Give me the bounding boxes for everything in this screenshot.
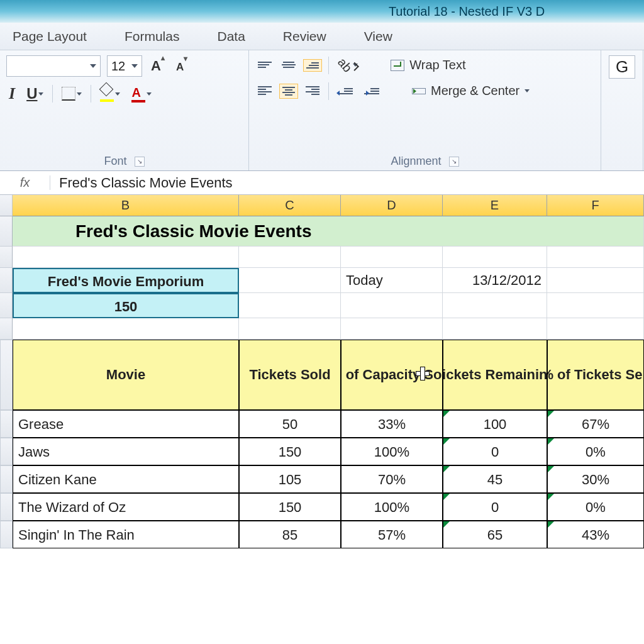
row-header[interactable]: [0, 493, 13, 521]
cell-tickets-remaining[interactable]: 100: [443, 410, 547, 438]
align-left-button[interactable]: [255, 84, 274, 99]
cell-pct-capacity[interactable]: 100%: [341, 493, 443, 521]
tab-page-layout[interactable]: Page Layout: [13, 29, 87, 44]
cell-tickets-remaining[interactable]: 0: [443, 438, 547, 465]
cell-pct-sell[interactable]: 67%: [547, 410, 644, 438]
tab-view[interactable]: View: [364, 29, 392, 44]
font-color-button[interactable]: A: [129, 84, 154, 104]
cell-tickets-sold[interactable]: 105: [239, 465, 341, 493]
row-header[interactable]: [0, 293, 13, 318]
cell-pct-sell[interactable]: 30%: [547, 465, 644, 493]
wrap-text-button[interactable]: Wrap Text: [386, 55, 470, 75]
formula-input[interactable]: Fred's Classic Movie Events: [50, 175, 644, 191]
cell[interactable]: [547, 293, 644, 318]
cell[interactable]: [239, 247, 341, 268]
number-format-dropdown[interactable]: G: [609, 55, 635, 79]
cell[interactable]: [547, 247, 644, 268]
row-header[interactable]: [0, 465, 13, 493]
cell[interactable]: [13, 247, 239, 268]
tab-review[interactable]: Review: [283, 29, 326, 44]
cell-tickets-sold[interactable]: 50: [239, 410, 341, 438]
row-header[interactable]: [0, 318, 13, 340]
font-size-dropdown[interactable]: 12: [107, 55, 142, 77]
cell[interactable]: [239, 318, 341, 340]
alignment-dialog-launcher[interactable]: ↘: [449, 157, 459, 167]
cell-pct-sell[interactable]: 43%: [547, 521, 644, 548]
cell-movie[interactable]: Singin' In The Rain: [13, 521, 239, 548]
cell-capacity[interactable]: 150: [13, 293, 239, 318]
chevron-down-icon: [90, 64, 96, 68]
header-tickets-remaining[interactable]: Tickets Remaining: [443, 340, 547, 410]
row-header[interactable]: [0, 268, 13, 293]
borders-button[interactable]: [59, 86, 84, 102]
cell-movie[interactable]: The Wizard of Oz: [13, 493, 239, 521]
cell[interactable]: [239, 268, 341, 293]
cell[interactable]: [239, 293, 341, 318]
align-right-button[interactable]: [303, 84, 322, 99]
increase-indent-button[interactable]: [362, 87, 382, 96]
column-header-b[interactable]: B: [13, 195, 239, 216]
row-header[interactable]: [0, 521, 13, 548]
cell[interactable]: [13, 318, 239, 340]
cell-movie[interactable]: Citizen Kane: [13, 465, 239, 493]
cell-pct-capacity[interactable]: 70%: [341, 465, 443, 493]
underline-button[interactable]: U: [24, 84, 46, 104]
column-header-d[interactable]: D: [341, 195, 443, 216]
header-movie[interactable]: Movie: [13, 340, 239, 410]
row-header[interactable]: [0, 247, 13, 268]
select-all-corner[interactable]: [0, 195, 13, 216]
cell-pct-capacity[interactable]: 100%: [341, 438, 443, 465]
decrease-indent-button[interactable]: [335, 87, 355, 96]
cell-tickets-remaining[interactable]: 0: [443, 493, 547, 521]
decrease-font-size-button[interactable]: A▾: [174, 58, 190, 75]
cell-pct-sell[interactable]: 0%: [547, 438, 644, 465]
fill-color-button[interactable]: [97, 84, 123, 103]
fx-icon[interactable]: fx: [0, 175, 50, 190]
cell[interactable]: [443, 318, 547, 340]
increase-font-size-button[interactable]: A▴: [148, 57, 167, 75]
row-header[interactable]: [0, 410, 13, 438]
font-dialog-launcher[interactable]: ↘: [135, 157, 145, 167]
cell-pct-capacity[interactable]: 33%: [341, 410, 443, 438]
cell-today-label[interactable]: Today: [341, 268, 443, 293]
cell[interactable]: [341, 247, 443, 268]
align-bottom-button[interactable]: [303, 59, 322, 72]
cell-title[interactable]: Fred's Classic Movie Events: [13, 216, 644, 247]
cell-movie[interactable]: Jaws: [13, 438, 239, 465]
tab-data[interactable]: Data: [217, 29, 245, 44]
column-header-f[interactable]: F: [547, 195, 644, 216]
align-middle-button[interactable]: [279, 59, 298, 72]
header-pct-sell[interactable]: % of Tickets Sell: [547, 340, 644, 410]
cell[interactable]: [341, 318, 443, 340]
cell[interactable]: [341, 293, 443, 318]
cell-tickets-remaining[interactable]: 65: [443, 521, 547, 548]
cell[interactable]: [443, 293, 547, 318]
header-pct-capacity[interactable]: % of Capacity Sold: [341, 340, 443, 410]
column-header-e[interactable]: E: [443, 195, 547, 216]
align-center-button[interactable]: [279, 84, 298, 99]
cell-pct-sell[interactable]: 0%: [547, 493, 644, 521]
cell[interactable]: [547, 268, 644, 293]
cell-tickets-sold[interactable]: 150: [239, 493, 341, 521]
row-header[interactable]: [0, 216, 13, 247]
row-header[interactable]: [0, 340, 13, 410]
cell-tickets-sold[interactable]: 85: [239, 521, 341, 548]
cell-tickets-sold[interactable]: 150: [239, 438, 341, 465]
column-header-c[interactable]: C: [239, 195, 341, 216]
merge-center-button[interactable]: Merge & Center: [407, 81, 535, 101]
orientation-icon: ab: [335, 55, 355, 75]
cell-movie[interactable]: Grease: [13, 410, 239, 438]
row-header[interactable]: [0, 438, 13, 465]
cell-today-date[interactable]: 13/12/2012: [443, 268, 547, 293]
cell-pct-capacity[interactable]: 57%: [341, 521, 443, 548]
cell[interactable]: [547, 318, 644, 340]
align-top-button[interactable]: [255, 59, 274, 72]
header-tickets-sold[interactable]: Tickets Sold: [239, 340, 341, 410]
cell-emporium[interactable]: Fred's Movie Emporium: [13, 268, 239, 293]
orientation-button[interactable]: ab: [335, 57, 360, 74]
cell-tickets-remaining[interactable]: 45: [443, 465, 547, 493]
font-name-dropdown[interactable]: [6, 55, 101, 77]
italic-button[interactable]: I: [6, 83, 18, 104]
tab-formulas[interactable]: Formulas: [125, 29, 180, 44]
cell[interactable]: [443, 247, 547, 268]
